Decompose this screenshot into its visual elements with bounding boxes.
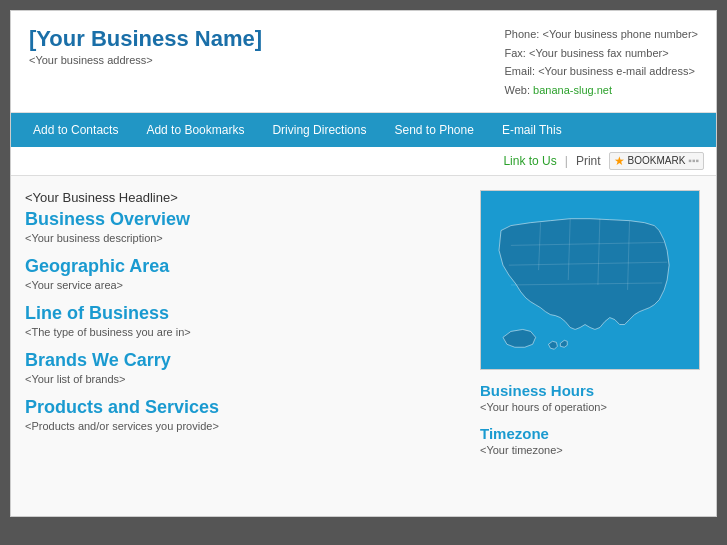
left-column: <Your Business Headline> Business Overvi… [25,190,480,502]
nav-add-to-contacts[interactable]: Add to Contacts [19,113,132,147]
nav-add-to-bookmarks[interactable]: Add to Bookmarks [132,113,258,147]
email-info: Email: <Your business e-mail address> [505,62,698,81]
main-content: <Your Business Headline> Business Overvi… [11,176,716,516]
nav-send-to-phone[interactable]: Send to Phone [380,113,487,147]
fax-info: Fax: <Your business fax number> [505,44,698,63]
web-link[interactable]: banana-slug.net [533,84,612,96]
sidebar-title-0: Business Hours [480,382,702,399]
sidebar-desc-0: <Your hours of operation> [480,401,702,413]
phone-info: Phone: <Your business phone number> [505,25,698,44]
nav-driving-directions[interactable]: Driving Directions [258,113,380,147]
business-name: [Your Business Name] [29,25,262,54]
section-desc-2: <The type of business you are in> [25,326,462,338]
section-title-0: Business Overview [25,209,462,230]
bookmark-extra-icons: ▪▪▪ [688,155,699,166]
section-title-1: Geographic Area [25,256,462,277]
toolbar-separator: | [565,154,568,168]
navbar: Add to Contacts Add to Bookmarks Driving… [11,113,716,147]
section-desc-3: <Your list of brands> [25,373,462,385]
right-column: Business Hours <Your hours of operation>… [480,190,702,502]
header-left: [Your Business Name] <Your business addr… [29,25,262,66]
page-wrapper: [Your Business Name] <Your business addr… [10,10,717,517]
sidebar-desc-1: <Your timezone> [480,444,702,456]
us-map-svg [481,191,699,369]
sidebar-title-1: Timezone [480,425,702,442]
link-to-us-button[interactable]: Link to Us [503,154,556,168]
section-title-2: Line of Business [25,303,462,324]
section-desc-1: <Your service area> [25,279,462,291]
header-right: Phone: <Your business phone number> Fax:… [505,25,698,100]
business-headline: <Your Business Headline> [25,190,462,205]
section-desc-0: <Your business description> [25,232,462,244]
business-address: <Your business address> [29,54,262,66]
header: [Your Business Name] <Your business addr… [11,11,716,113]
map-container [480,190,700,370]
web-info: Web: banana-slug.net [505,81,698,100]
bookmark-button[interactable]: ★ BOOKMARK ▪▪▪ [609,152,704,170]
toolbar: Link to Us | Print ★ BOOKMARK ▪▪▪ [11,147,716,176]
section-desc-4: <Products and/or services you provide> [25,420,462,432]
section-title-4: Products and Services [25,397,462,418]
bookmark-icon: ★ [614,154,625,168]
nav-email-this[interactable]: E-mail This [488,113,576,147]
section-title-3: Brands We Carry [25,350,462,371]
print-button[interactable]: Print [576,154,601,168]
bookmark-label: BOOKMARK [628,155,686,166]
